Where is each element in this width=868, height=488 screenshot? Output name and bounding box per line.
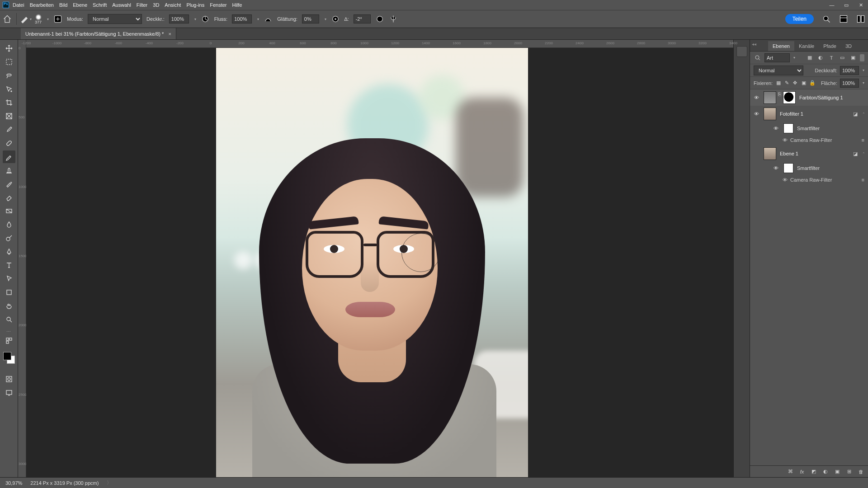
lock-pos-icon[interactable]: ✥ <box>793 79 798 87</box>
menu-schrift[interactable]: Schrift <box>93 2 107 8</box>
filter-pixel-icon[interactable]: ▦ <box>806 54 814 62</box>
smart-filters-group[interactable]: 👁 Smartfilter <box>750 122 868 135</box>
blend-mode-select[interactable]: Normal <box>88 14 142 24</box>
share-button[interactable]: Teilen <box>785 14 814 24</box>
layer-mask-thumb[interactable] <box>783 91 796 104</box>
opacity-input[interactable] <box>169 14 189 23</box>
menu-ebene[interactable]: Ebene <box>73 2 87 8</box>
tab-kanaele[interactable]: Kanäle <box>794 41 819 51</box>
tool-hand[interactable] <box>3 300 15 312</box>
chevron-down-icon[interactable]: ▾ <box>325 17 326 21</box>
tool-shape[interactable] <box>3 286 15 299</box>
tab-3d[interactable]: 3D <box>841 41 856 51</box>
layer-filter-input[interactable] <box>764 53 790 62</box>
arrange-docs-icon[interactable] <box>856 14 865 23</box>
layer-fill-input[interactable] <box>840 79 859 88</box>
collapse-panels-icon[interactable]: ◂◂ <box>752 42 756 47</box>
document-info[interactable]: 2214 Px x 3319 Px (300 ppcm) <box>30 480 99 486</box>
visibility-toggle[interactable]: 👁 <box>783 177 788 183</box>
more-tools-icon[interactable]: ⋯ <box>6 329 12 334</box>
tool-blur[interactable] <box>3 218 15 231</box>
pressure-opacity-icon[interactable] <box>201 14 210 23</box>
filter-blend-options-icon[interactable]: ≡ <box>862 177 864 183</box>
canvas-viewport[interactable] <box>26 48 733 477</box>
menu-plugins[interactable]: Plug-ins <box>186 2 204 8</box>
filter-blend-options-icon[interactable]: ≡ <box>862 137 864 143</box>
tool-clone-stamp[interactable] <box>3 164 15 177</box>
tool-crop[interactable] <box>3 96 15 109</box>
filter-smart-icon[interactable]: ▣ <box>849 54 857 62</box>
doc-info-menu-icon[interactable]: 〉 <box>107 479 112 486</box>
tab-pfade[interactable]: Pfade <box>819 41 841 51</box>
visibility-toggle[interactable]: 👁 <box>753 95 760 100</box>
document-canvas[interactable] <box>216 48 528 477</box>
tool-history-brush[interactable] <box>3 178 15 190</box>
airbrush-icon[interactable] <box>264 14 273 23</box>
layer-thumb[interactable] <box>764 108 776 120</box>
quick-mask-icon[interactable] <box>3 373 15 385</box>
delete-layer-icon[interactable]: 🗑 <box>857 468 864 475</box>
adjustment-layer-icon[interactable]: ◐ <box>822 468 829 475</box>
collapsed-panel-icon[interactable] <box>736 46 747 57</box>
adjustment-thumb[interactable] <box>764 91 776 104</box>
edit-toolbar-icon[interactable] <box>3 334 15 347</box>
workspace-switcher-icon[interactable] <box>839 14 848 23</box>
window-maximize-button[interactable]: ▭ <box>839 0 854 10</box>
smart-filter-camera-raw[interactable]: 👁 Camera Raw-Filter ≡ <box>750 135 868 145</box>
layer-blend-select[interactable]: Normal <box>754 66 803 75</box>
menu-datei[interactable]: Datei <box>13 2 24 8</box>
tool-frame[interactable] <box>3 110 15 122</box>
menu-auswahl[interactable]: Auswahl <box>112 2 131 8</box>
visibility-toggle[interactable]: 👁 <box>783 137 788 143</box>
brush-settings-icon[interactable] <box>53 14 62 23</box>
link-icon[interactable]: ⎘ <box>778 91 781 104</box>
layer-hue-saturation[interactable]: 👁 ⎘ Farbton/Sättigung 1 <box>750 89 868 106</box>
tool-type[interactable] <box>3 259 15 272</box>
lock-trans-icon[interactable]: ▦ <box>775 79 781 87</box>
layer-thumb[interactable] <box>764 147 776 160</box>
filter-mask-thumb[interactable] <box>783 163 793 173</box>
lock-all-icon[interactable]: 🔒 <box>809 79 816 87</box>
brush-tool-icon[interactable]: ▾ <box>21 14 30 23</box>
filter-type-icon[interactable]: T <box>827 54 835 62</box>
layer-ebene-1[interactable]: 👁 Ebene 1 ◪ ⌃ <box>750 145 868 162</box>
pressure-size-icon[interactable] <box>375 14 384 23</box>
smart-filter-camera-raw-2[interactable]: 👁 Camera Raw-Filter ≡ <box>750 174 868 185</box>
tool-eyedropper[interactable] <box>3 123 15 136</box>
color-swatches[interactable] <box>3 352 15 364</box>
tool-quick-select[interactable] <box>3 83 15 95</box>
tool-move[interactable] <box>3 42 15 55</box>
horizontal-ruler[interactable]: -1200-1000-800-600-400-20002004006008001… <box>26 40 733 48</box>
new-layer-icon[interactable]: ⊞ <box>845 468 853 475</box>
flow-input[interactable] <box>232 14 252 23</box>
smoothing-input[interactable] <box>302 14 319 23</box>
filter-toggle[interactable] <box>860 54 864 61</box>
window-minimize-button[interactable]: — <box>825 0 839 10</box>
layer-name[interactable]: Farbton/Sättigung 1 <box>799 95 865 100</box>
filter-search-icon[interactable] <box>754 54 762 62</box>
search-icon[interactable] <box>822 14 831 23</box>
tab-close-icon[interactable]: × <box>168 31 171 37</box>
filter-adjust-icon[interactable]: ◐ <box>816 54 825 62</box>
chevron-down-icon[interactable]: ▾ <box>257 17 259 21</box>
visibility-toggle[interactable]: 👁 <box>774 165 780 171</box>
window-close-button[interactable]: ✕ <box>854 0 868 10</box>
lock-artboard-icon[interactable]: ▣ <box>801 79 807 87</box>
menu-bild[interactable]: Bild <box>59 2 67 8</box>
vertical-ruler[interactable]: 050010001500200025003000 <box>18 40 26 477</box>
tool-marquee[interactable] <box>3 56 15 68</box>
expand-icon[interactable]: ⌃ <box>862 152 865 156</box>
smoothing-options-icon[interactable] <box>331 14 340 23</box>
tool-eraser[interactable] <box>3 191 15 204</box>
menu-filter[interactable]: Filter <box>137 2 147 8</box>
symmetry-icon[interactable] <box>389 14 398 23</box>
tool-zoom[interactable] <box>3 313 15 326</box>
tool-path-select[interactable] <box>3 272 15 285</box>
chevron-down-icon[interactable]: ▾ <box>194 17 196 21</box>
chevron-down-icon[interactable]: ▾ <box>47 17 49 21</box>
layer-name[interactable]: Ebene 1 <box>780 151 849 156</box>
visibility-toggle[interactable]: 👁 <box>774 126 780 131</box>
menu-hilfe[interactable]: Hilfe <box>232 2 242 8</box>
tool-brush[interactable] <box>3 150 15 163</box>
layer-name[interactable]: Fotofilter 1 <box>780 111 849 117</box>
